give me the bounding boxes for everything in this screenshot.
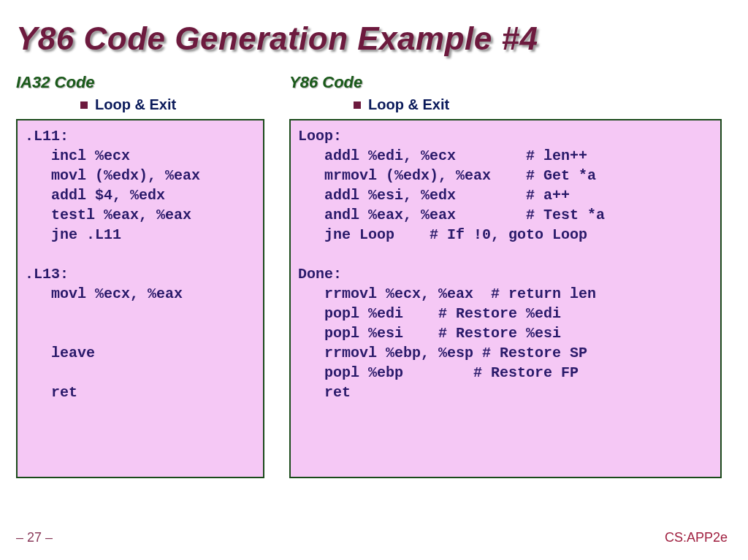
square-bullet-icon [80,101,88,109]
y86-code-box: Loop: addl %edi, %ecx # len++ mrmovl (%e… [289,119,722,478]
square-bullet-icon [354,101,361,109]
footer-label: CS:APP2e [665,530,728,545]
ia32-heading: IA32 Code [16,73,264,92]
slide-title: Y86 Code Generation Example #4 [16,20,732,57]
slide-number: – 27 – [16,530,53,545]
y86-heading: Y86 Code [289,73,722,92]
left-column: IA32 Code Loop & Exit .L11: incl %ecx mo… [16,73,264,478]
right-column: Y86 Code Loop & Exit Loop: addl %edi, %e… [289,73,722,478]
y86-bullet-row: Loop & Exit [354,96,722,113]
ia32-code-box: .L11: incl %ecx movl (%edx), %eax addl $… [16,119,264,478]
y86-bullet-text: Loop & Exit [368,96,449,113]
columns-container: IA32 Code Loop & Exit .L11: incl %ecx mo… [16,73,732,478]
ia32-bullet-row: Loop & Exit [80,96,264,113]
ia32-bullet-text: Loop & Exit [95,96,176,113]
